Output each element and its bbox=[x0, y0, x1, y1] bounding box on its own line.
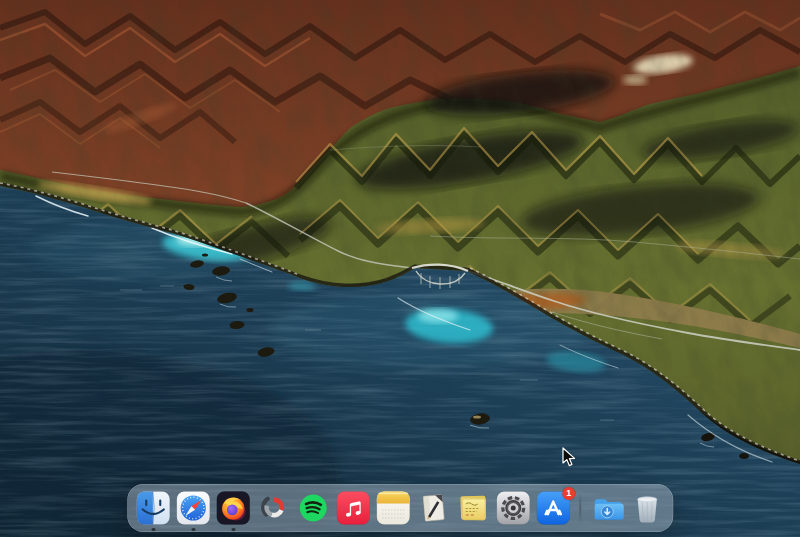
dock-app-pages[interactable] bbox=[416, 491, 450, 525]
dock-app-stickies[interactable] bbox=[456, 491, 490, 525]
finder-icon bbox=[136, 491, 170, 525]
running-indicator bbox=[152, 528, 156, 532]
spotify-icon bbox=[296, 491, 330, 525]
dock-app-system-preferences[interactable] bbox=[496, 491, 530, 525]
dock-app-app-store[interactable]: 1 bbox=[536, 491, 570, 525]
downloads-folder-icon bbox=[590, 491, 624, 525]
ring-swoosh-recorder-icon bbox=[256, 491, 290, 525]
dock-app-finder[interactable] bbox=[136, 491, 170, 525]
dock-app-firefox[interactable] bbox=[216, 491, 250, 525]
dock-app-safari[interactable] bbox=[176, 491, 210, 525]
running-indicator bbox=[232, 528, 236, 532]
safari-icon bbox=[176, 491, 210, 525]
dock: 1 bbox=[127, 484, 673, 532]
dock-trash[interactable] bbox=[630, 491, 664, 525]
dock-app-spotify[interactable] bbox=[296, 491, 330, 525]
music-icon bbox=[336, 491, 370, 525]
dock-app-music[interactable] bbox=[336, 491, 370, 525]
system-preferences-gear-icon bbox=[496, 491, 530, 525]
dock-separator bbox=[579, 492, 581, 524]
stickies-icon bbox=[456, 491, 490, 525]
dock-app-gifox[interactable] bbox=[256, 491, 290, 525]
pages-pen-document-icon bbox=[416, 491, 450, 525]
app-store-badge: 1 bbox=[562, 487, 575, 500]
trash-icon bbox=[630, 491, 664, 525]
dock-app-notes[interactable] bbox=[376, 491, 410, 525]
notes-icon bbox=[376, 491, 410, 525]
desktop-wallpaper bbox=[0, 0, 800, 537]
dock-downloads-folder[interactable] bbox=[590, 491, 624, 525]
running-indicator bbox=[192, 528, 196, 532]
firefox-icon bbox=[216, 491, 250, 525]
